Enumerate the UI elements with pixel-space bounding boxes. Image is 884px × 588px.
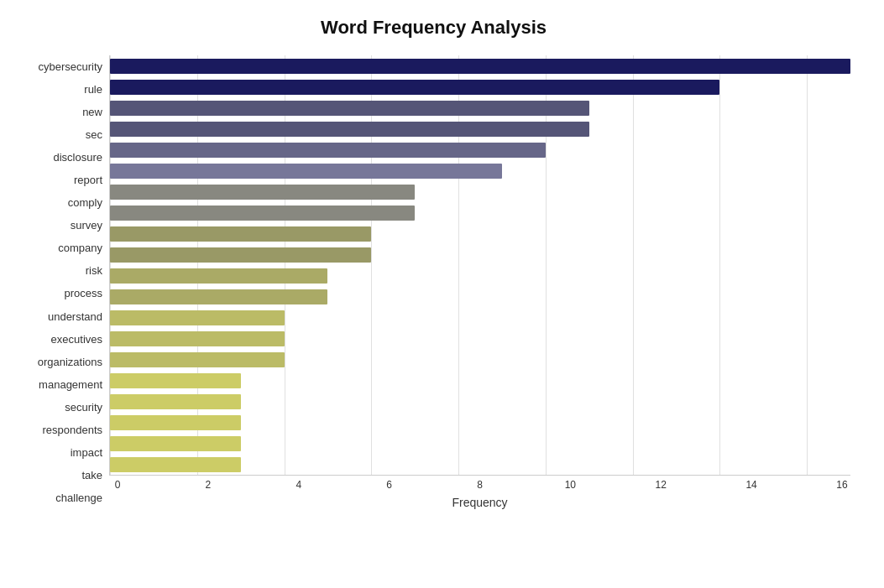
grid-line-16: [807, 55, 808, 475]
bar-row-respondents: [110, 393, 850, 411]
y-axis-labels: cybersecurityrulenewsecdisclosurereportc…: [17, 55, 109, 509]
y-label-security: security: [65, 402, 102, 413]
bar-row-rule: [110, 78, 850, 96]
bar-impact: [110, 415, 241, 430]
bar-cybersecurity: [110, 59, 850, 74]
x-tick-10: 10: [562, 479, 578, 491]
bar-process: [110, 268, 327, 284]
bar-survey: [110, 206, 415, 221]
grid-line-0: [110, 55, 111, 475]
x-tick-8: 8: [472, 479, 489, 491]
x-tick-14: 14: [743, 479, 760, 491]
bar-row-risk: [110, 246, 850, 264]
bar-row-company: [110, 225, 850, 243]
grid-line-4: [285, 55, 285, 475]
bar-understand: [110, 289, 327, 304]
bar-row-report: [110, 162, 850, 180]
grid-line-14: [719, 55, 720, 475]
bar-row-management: [110, 351, 850, 369]
y-label-understand: understand: [48, 311, 102, 322]
x-tick-12: 12: [652, 479, 669, 491]
y-label-report: report: [74, 174, 102, 185]
bar-sec: [110, 122, 589, 137]
x-tick-0: 0: [109, 479, 126, 491]
bar-row-take: [110, 434, 850, 453]
bar-row-organizations: [110, 330, 850, 348]
bars-section: [109, 55, 850, 476]
grid-line-2: [197, 55, 198, 475]
x-tick-4: 4: [290, 479, 307, 491]
y-label-risk: risk: [86, 265, 102, 276]
bar-row-executives: [110, 309, 850, 327]
bar-row-survey: [110, 204, 850, 222]
bar-company: [110, 226, 371, 242]
x-ticks: 0246810121416: [109, 479, 850, 491]
y-label-disclosure: disclosure: [53, 152, 102, 163]
grid-line-8: [458, 55, 459, 475]
bar-disclosure: [110, 143, 546, 158]
chart-container: Word Frequency Analysis cybersecurityrul…: [0, 0, 884, 588]
grid-line-6: [371, 55, 372, 475]
y-label-new: new: [82, 107, 102, 117]
chart-title: Word Frequency Analysis: [17, 17, 850, 39]
bars-and-x: 0246810121416 Frequency: [109, 55, 850, 509]
bar-rule: [110, 80, 719, 95]
bar-report: [110, 164, 502, 179]
grid-line-12: [633, 55, 634, 475]
y-label-challenge: challenge: [55, 492, 102, 503]
bar-risk: [110, 247, 371, 263]
grid-line-10: [546, 55, 547, 475]
bar-row-comply: [110, 183, 850, 201]
bar-row-challenge: [110, 455, 850, 474]
x-axis-label: Frequency: [109, 496, 850, 509]
y-label-management: management: [39, 379, 102, 390]
bar-respondents: [110, 394, 241, 409]
bar-management: [110, 352, 285, 367]
bar-row-understand: [110, 288, 850, 306]
y-label-company: company: [58, 242, 102, 253]
x-axis: 0246810121416 Frequency: [109, 479, 850, 509]
bar-comply: [110, 185, 415, 200]
bar-challenge: [110, 457, 241, 472]
bar-executives: [110, 310, 285, 325]
bar-row-process: [110, 267, 850, 285]
bar-take: [110, 436, 241, 451]
bar-row-sec: [110, 120, 850, 138]
y-label-cybersecurity: cybersecurity: [38, 61, 102, 72]
y-label-take: take: [81, 470, 102, 481]
y-label-comply: comply: [68, 197, 102, 208]
x-tick-16: 16: [834, 479, 850, 491]
y-label-process: process: [64, 288, 102, 299]
bar-security: [110, 373, 241, 388]
y-label-impact: impact: [71, 447, 102, 458]
x-tick-6: 6: [381, 479, 398, 491]
chart-area: cybersecurityrulenewsecdisclosurereportc…: [17, 55, 850, 509]
y-label-executives: executives: [51, 334, 102, 345]
y-label-organizations: organizations: [38, 356, 102, 367]
y-label-survey: survey: [71, 220, 102, 231]
y-label-sec: sec: [86, 129, 102, 140]
y-label-respondents: respondents: [42, 424, 102, 435]
bar-row-new: [110, 99, 850, 117]
bar-row-disclosure: [110, 141, 850, 159]
x-tick-2: 2: [200, 479, 217, 491]
bar-row-impact: [110, 414, 850, 432]
bar-row-security: [110, 372, 850, 390]
y-label-rule: rule: [84, 84, 102, 95]
grid-lines: [110, 55, 850, 475]
bar-new: [110, 101, 589, 116]
bar-organizations: [110, 331, 285, 346]
bar-row-cybersecurity: [110, 57, 850, 75]
